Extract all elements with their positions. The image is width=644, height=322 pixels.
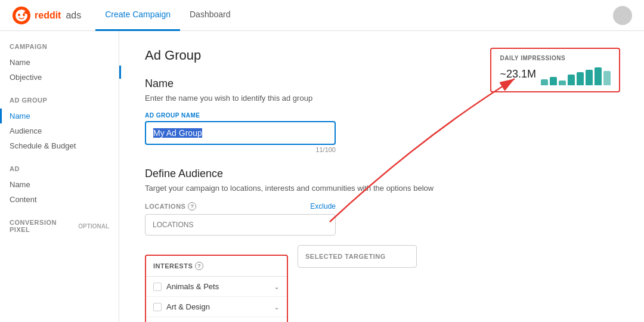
targeting-panels: INTERESTS ? Animals & Pets ⌄ Art & bbox=[145, 245, 620, 322]
reddit-logo-icon bbox=[12, 6, 31, 25]
interests-info-icon[interactable]: ? bbox=[195, 262, 203, 270]
sidebar-section-ad: AD bbox=[10, 165, 109, 172]
selected-targeting-panel: SELECTED TARGETING bbox=[298, 245, 417, 268]
selected-targeting-label: SELECTED TARGETING bbox=[305, 253, 409, 260]
sidebar-section-adgroup: AD GROUP bbox=[10, 97, 109, 104]
main-content: Ad Group Name Enter the name you wish to… bbox=[121, 31, 644, 322]
logo-ads-text: ads bbox=[66, 10, 81, 21]
interest-item-automotive[interactable]: Automotive ⌄ bbox=[146, 317, 287, 322]
chart-bar bbox=[586, 70, 593, 85]
impressions-label: DAILY IMPRESSIONS bbox=[500, 55, 611, 61]
sidebar-section-pixel: CONVERSION PIXEL OPTIONAL bbox=[10, 219, 109, 233]
user-avatar[interactable] bbox=[613, 6, 632, 25]
locations-input[interactable] bbox=[145, 214, 336, 236]
interest-checkbox-art[interactable] bbox=[153, 303, 162, 311]
logo: reddit ads bbox=[12, 6, 81, 25]
top-nav: reddit ads Create Campaign Dashboard bbox=[0, 0, 644, 31]
interest-checkbox-animals[interactable] bbox=[153, 283, 162, 291]
logo-text: reddit bbox=[35, 10, 61, 21]
sidebar-item-adgroup-schedule[interactable]: Schedule & Budget bbox=[10, 138, 109, 153]
impressions-value: ~23.1M bbox=[500, 68, 536, 80]
sidebar-item-adgroup-audience[interactable]: Audience bbox=[10, 123, 109, 138]
chart-bar bbox=[595, 67, 602, 85]
chart-bar bbox=[568, 75, 575, 85]
chart-bar bbox=[603, 71, 611, 85]
name-section-desc: Enter the name you wish to identify this… bbox=[145, 94, 620, 103]
interest-name-art: Art & Design bbox=[166, 302, 210, 311]
ad-group-name-label: AD GROUP NAME bbox=[145, 112, 620, 119]
tab-dashboard[interactable]: Dashboard bbox=[180, 0, 240, 31]
interest-item-art[interactable]: Art & Design ⌄ bbox=[146, 297, 287, 317]
locations-info-icon[interactable]: ? bbox=[188, 202, 196, 210]
sidebar-item-campaign-objective[interactable]: Objective bbox=[10, 70, 109, 85]
ad-group-name-input-group: AD GROUP NAME 11/100 bbox=[145, 112, 620, 153]
sidebar-item-adgroup-name-wrap: Name bbox=[10, 109, 109, 123]
define-audience-section: Define Audience Target your campaign to … bbox=[145, 168, 620, 322]
layout: CAMPAIGN Name Objective AD GROUP Name Au… bbox=[0, 31, 644, 322]
exclude-link[interactable]: Exclude bbox=[310, 202, 336, 210]
interest-name-animals: Animals & Pets bbox=[166, 282, 219, 291]
char-count: 11/100 bbox=[145, 146, 336, 153]
interests-box: INTERESTS ? Animals & Pets ⌄ Art & bbox=[145, 255, 288, 322]
sidebar-section-campaign: CAMPAIGN bbox=[10, 43, 109, 50]
sidebar-item-adgroup-name[interactable]: Name bbox=[10, 109, 30, 123]
sidebar-item-ad-content[interactable]: Content bbox=[10, 192, 109, 207]
chart-bar bbox=[541, 79, 548, 85]
ad-group-name-input[interactable] bbox=[145, 121, 336, 145]
audience-section-title: Define Audience bbox=[145, 168, 620, 180]
tab-create-campaign[interactable]: Create Campaign bbox=[95, 0, 180, 31]
sidebar-item-ad-name[interactable]: Name bbox=[10, 177, 109, 192]
locations-label: LOCATIONS ? bbox=[145, 202, 196, 210]
chart-bar bbox=[577, 72, 584, 85]
impressions-widget: DAILY IMPRESSIONS ~23.1M bbox=[490, 48, 620, 92]
audience-section-desc: Target your campaign to locations, inter… bbox=[145, 184, 620, 193]
interest-item-animals[interactable]: Animals & Pets ⌄ bbox=[146, 277, 287, 297]
sidebar-item-campaign-name[interactable]: Name bbox=[10, 55, 109, 70]
sidebar: CAMPAIGN Name Objective AD GROUP Name Au… bbox=[0, 31, 119, 322]
nav-tabs: Create Campaign Dashboard bbox=[95, 0, 240, 31]
chart-bar bbox=[559, 80, 566, 85]
bar-chart bbox=[541, 66, 611, 85]
chevron-animals-icon: ⌄ bbox=[274, 283, 280, 291]
chart-bar bbox=[550, 77, 557, 85]
chevron-art-icon: ⌄ bbox=[274, 303, 280, 311]
svg-point-2 bbox=[18, 14, 20, 16]
interests-header: INTERESTS ? bbox=[146, 256, 287, 277]
locations-row: LOCATIONS ? Exclude bbox=[145, 202, 336, 210]
